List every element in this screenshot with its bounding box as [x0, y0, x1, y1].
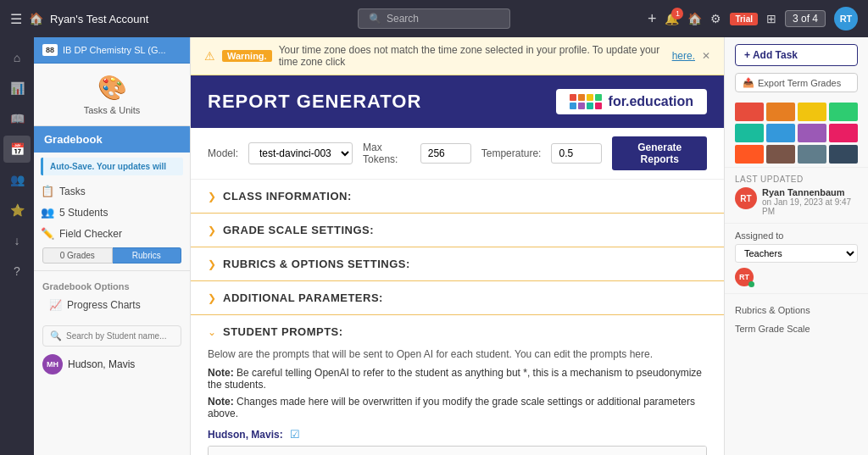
for-education-grid-icon [570, 94, 602, 109]
home-icon[interactable]: 🏠 [29, 12, 43, 25]
hamburger-icon[interactable]: ☰ [10, 11, 22, 27]
gradebook-options: Gradebook Options 📈 Progress Charts [34, 275, 190, 322]
sidebar-icon-help[interactable]: ? [3, 258, 31, 285]
autosave-subtext: Your updates will [97, 162, 166, 171]
autosave-label: Auto-Save. [50, 162, 94, 171]
additional-params-header[interactable]: ❯ ADDITIONAL PARAMETERS: [191, 281, 724, 314]
color-cell-teal[interactable] [735, 124, 764, 142]
term-grade-scale-link[interactable]: Term Grade Scale [735, 319, 858, 338]
sidebar-tasks[interactable]: 📋 Tasks [34, 180, 190, 202]
model-select[interactable]: test-davinci-003 [248, 142, 353, 164]
user-date: on Jan 19, 2023 at 9:47 PM [762, 197, 858, 216]
prompts-content: Below are the prompts that will be sent … [191, 348, 724, 455]
progress-charts-btn[interactable]: 📈 Progress Charts [42, 295, 181, 315]
prompt-checkbox[interactable]: ☑ [290, 428, 300, 441]
color-cell-green[interactable] [829, 103, 858, 121]
sidebar-field-checker[interactable]: ✏️ Field Checker [34, 223, 190, 244]
tasks-units-section: 🎨 Tasks & Units [34, 64, 190, 126]
add-icon[interactable]: + [648, 10, 657, 28]
assigned-user-row: RT [735, 268, 858, 286]
color-cell-yellow[interactable] [798, 103, 826, 121]
grade-scale-title: GRADE SCALE SETTINGS: [223, 224, 374, 236]
sidebar-icon-book[interactable]: 📖 [3, 105, 31, 132]
student-prompts-header[interactable]: ⌄ STUDENT PROMPTS: [191, 315, 724, 348]
home-nav-icon[interactable]: 🏠 [687, 12, 702, 25]
search-icon: 🔍 [369, 13, 381, 25]
grade-scale-section: ❯ GRADE SCALE SETTINGS: [191, 214, 724, 247]
for-education-text: for.education [609, 94, 693, 109]
course-title: IB DP Chemistry SL (G... [63, 45, 166, 55]
user-info: RT Ryan Tannenbaum on Jan 19, 2023 at 9:… [735, 187, 858, 216]
color-cell-red[interactable] [735, 103, 764, 121]
gradebook-header[interactable]: Gradebook [34, 126, 190, 153]
generate-reports-btn[interactable]: Generate Reports [612, 136, 707, 170]
grade-scale-header[interactable]: ❯ GRADE SCALE SETTINGS: [191, 214, 724, 247]
assigned-to-select[interactable]: Teachers [735, 244, 858, 263]
sidebar-icon-users[interactable]: 👥 [3, 166, 31, 193]
sidebar-icon-chart[interactable]: 📊 [3, 75, 31, 102]
color-cell-blue-grey[interactable] [798, 145, 826, 164]
temperature-input[interactable] [551, 143, 602, 164]
student-search-input[interactable] [66, 331, 174, 341]
grid-icon[interactable]: ⊞ [766, 12, 776, 25]
class-info-header[interactable]: ❯ CLASS INFORMATION: [191, 180, 724, 213]
sidebar-icon-download[interactable]: ↓ [3, 227, 31, 254]
sidebar-icon-home[interactable]: ⌂ [3, 44, 31, 71]
student-prompt-textarea[interactable]: Write a report card for a student named … [208, 446, 707, 455]
color-cell-deep-orange[interactable] [735, 145, 764, 164]
search-input[interactable] [387, 13, 488, 25]
students-label: 5 Students [59, 207, 108, 219]
search-icon: 🔍 [50, 330, 62, 341]
note1-label: Note: [208, 367, 234, 379]
student-list-item[interactable]: MH Hudson, Mavis [34, 350, 190, 379]
account-name: Ryan's Test Account [50, 13, 148, 25]
notification-icon[interactable]: 🔔 1 [665, 12, 679, 25]
top-navigation: ☰ 🏠 Ryan's Test Account 🔍 + 🔔 1 🏠 ⚙ Tria… [0, 0, 868, 37]
search-box[interactable]: 🔍 [358, 8, 510, 29]
warning-icon: ⚠ [204, 49, 215, 63]
max-tokens-input[interactable] [420, 143, 471, 164]
main-wrapper: ⌂ 📊 📖 📅 👥 ⭐ ↓ ? 88 IB DP Chemistry SL (G… [34, 37, 868, 455]
settings-icon[interactable]: ⚙ [710, 12, 721, 25]
rubrics-btn[interactable]: Rubrics [113, 247, 182, 264]
course-header[interactable]: 88 IB DP Chemistry SL (G... [34, 37, 190, 64]
add-task-btn[interactable]: + Add Task [735, 44, 858, 66]
student-name: Hudson, Mavis [68, 358, 135, 370]
color-cell-brown[interactable] [766, 145, 795, 164]
user-avatar[interactable]: RT [834, 7, 858, 31]
sidebar-students[interactable]: 👥 5 Students [34, 202, 190, 223]
left-sidebar: ⌂ 📊 📖 📅 👥 ⭐ ↓ ? [0, 37, 34, 455]
color-cell-purple[interactable] [798, 124, 826, 142]
export-label: Export Term Grades [758, 78, 841, 88]
tasks-label: Tasks [59, 186, 86, 197]
sidebar-icon-calendar[interactable]: 📅 [3, 136, 31, 163]
color-cell-dark[interactable] [829, 145, 858, 164]
grade-scale-chevron: ❯ [208, 225, 216, 236]
warning-close-btn[interactable]: ✕ [702, 50, 710, 62]
grades-btn[interactable]: 0 Grades [42, 247, 113, 264]
field-checker-icon: ✏️ [41, 227, 54, 240]
rubrics-options-section: ❯ RUBRICS & OPTIONS SETTINGS: [191, 247, 724, 281]
rubrics-options-title: RUBRICS & OPTIONS SETTINGS: [223, 258, 410, 270]
export-term-grades-btn[interactable]: 📤 Export Term Grades [735, 73, 858, 92]
rubrics-options-header[interactable]: ❯ RUBRICS & OPTIONS SETTINGS: [191, 247, 724, 280]
color-cell-pink[interactable] [829, 124, 858, 142]
sidebar-divider [34, 270, 190, 271]
color-cell-orange[interactable] [766, 103, 795, 121]
grade-rubric-bar: 0 Grades Rubrics [42, 247, 181, 264]
student-prompt-header: Hudson, Mavis: ☑ [208, 428, 707, 441]
rubrics-options-link[interactable]: Rubrics & Options [735, 301, 858, 319]
temperature-label: Temperature: [481, 147, 542, 159]
sidebar-icon-star[interactable]: ⭐ [3, 197, 31, 224]
last-updated-label: Last Updated [735, 175, 858, 184]
last-updated-section: Last Updated RT Ryan Tannenbaum on Jan 1… [725, 167, 868, 223]
page-indicator[interactable]: 3 of 4 [785, 10, 826, 27]
color-cell-blue[interactable] [766, 124, 795, 142]
student-search-box[interactable]: 🔍 [42, 325, 181, 347]
student-prompts-section: ⌄ STUDENT PROMPTS: Below are the prompts… [191, 315, 724, 455]
assigned-to-section: Assigned to Teachers RT [725, 223, 868, 293]
tasks-units-label: Tasks & Units [84, 105, 141, 115]
course-badge: 88 [42, 44, 58, 56]
warning-link[interactable]: here. [672, 50, 695, 62]
export-icon: 📤 [743, 77, 754, 88]
